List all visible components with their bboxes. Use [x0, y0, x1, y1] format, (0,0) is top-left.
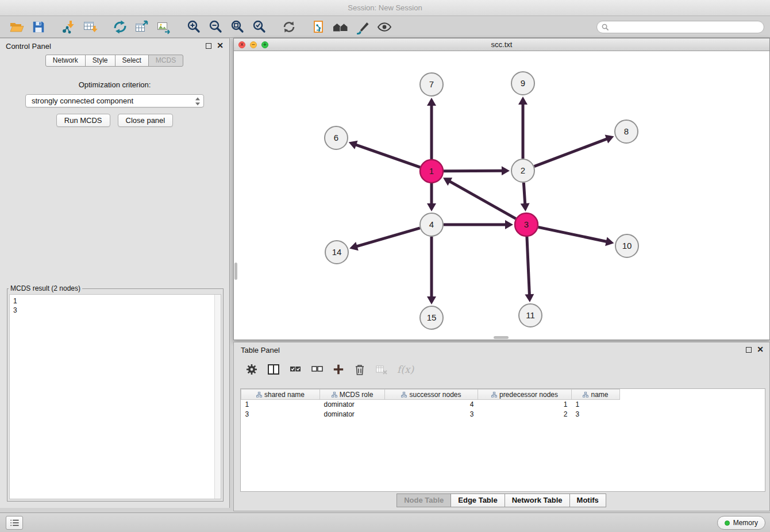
tab-style[interactable]: Style	[85, 55, 116, 67]
node-label: 7	[429, 79, 434, 89]
edge-1-2[interactable]	[444, 171, 503, 171]
graph-node-2[interactable]: 2	[511, 159, 534, 182]
apply-style-button[interactable]	[352, 18, 374, 36]
first-neighbors-button[interactable]	[330, 18, 352, 36]
graph-node-4[interactable]: 4	[420, 213, 443, 236]
optimization-criterion-label: Optimization criterion:	[0, 80, 229, 89]
close-panel-button[interactable]: Close panel	[118, 114, 174, 127]
table-cell[interactable]: 1	[572, 400, 620, 410]
mcds-result-list[interactable]: 13	[9, 294, 221, 499]
graph-node-10[interactable]: 10	[615, 234, 638, 257]
zoom-fit-button[interactable]	[226, 18, 248, 36]
delete-column-button[interactable]	[353, 363, 366, 376]
column-header-successor-nodes[interactable]: successor nodes	[385, 390, 478, 400]
edge-1-6[interactable]	[355, 145, 420, 168]
export-image-button[interactable]	[153, 18, 175, 36]
edge-3-1[interactable]	[449, 181, 515, 219]
table-cell[interactable]: 3	[241, 410, 320, 419]
result-scrollbar-track[interactable]	[214, 295, 221, 499]
graph-node-14[interactable]: 14	[325, 241, 348, 264]
mcds-result-group: MCDS result (2 nodes) 13	[7, 284, 224, 502]
tab-motifs[interactable]: Motifs	[569, 494, 606, 507]
graph-node-3[interactable]: 3	[515, 213, 538, 236]
table-cell[interactable]: 1	[478, 400, 572, 410]
close-window-button[interactable]: ×	[238, 41, 245, 48]
table-cell[interactable]: 1	[241, 400, 320, 410]
node-label: 15	[427, 313, 437, 322]
table-row[interactable]: 3dominator323	[241, 410, 620, 419]
run-mcds-button[interactable]: Run MCDS	[56, 114, 110, 127]
refresh-view-button[interactable]	[278, 18, 300, 36]
deselect-all-button[interactable]	[311, 363, 324, 376]
table-cell[interactable]: dominator	[320, 410, 385, 419]
tab-network[interactable]: Network	[45, 55, 86, 67]
memory-button[interactable]: Memory	[717, 516, 765, 530]
edge-3-10[interactable]	[538, 227, 607, 241]
tab-network-table[interactable]: Network Table	[505, 494, 570, 507]
control-panel: Control Panel ✕ NetworkStyleSelectMCDS O…	[0, 38, 230, 508]
vertical-scrollbar-handle[interactable]	[234, 263, 237, 280]
zoom-out-button[interactable]	[205, 18, 226, 36]
column-header-shared-name[interactable]: shared name	[241, 390, 320, 400]
search-input[interactable]	[612, 23, 759, 31]
tab-edge-table[interactable]: Edge Table	[451, 494, 505, 507]
zoom-in-button[interactable]	[183, 18, 205, 36]
edge-2-3[interactable]	[523, 183, 525, 205]
float-table-panel-icon[interactable]	[746, 347, 752, 353]
edge-4-14[interactable]	[356, 228, 420, 246]
criterion-dropdown[interactable]: strongly connected component	[25, 94, 204, 107]
panel-menu-button[interactable]	[6, 516, 23, 530]
tab-node-table[interactable]: Node Table	[396, 494, 451, 507]
tab-select[interactable]: Select	[115, 55, 149, 67]
import-table-button[interactable]	[79, 18, 101, 36]
graph-node-9[interactable]: 9	[511, 72, 534, 95]
add-column-button[interactable]	[333, 364, 344, 375]
delete-table-button	[375, 363, 388, 376]
column-header-name[interactable]: name	[572, 390, 620, 400]
graph-node-1[interactable]: 1	[420, 160, 443, 183]
table-settings-button[interactable]	[245, 363, 258, 376]
table-cell[interactable]: 4	[385, 400, 478, 410]
zoom-selected-icon	[252, 20, 267, 34]
table-cell[interactable]: 3	[385, 410, 478, 419]
import-network-button[interactable]	[57, 18, 79, 36]
edge-2-8[interactable]	[534, 138, 608, 166]
edge-3-11[interactable]	[527, 237, 530, 295]
table-cell[interactable]: 3	[572, 410, 620, 419]
graph-node-7[interactable]: 7	[420, 73, 443, 96]
new-table-button[interactable]	[131, 18, 153, 36]
network-window-titlebar[interactable]: × − + scc.txt	[234, 38, 769, 51]
close-panel-icon[interactable]: ✕	[217, 43, 224, 49]
maximize-window-button[interactable]: +	[261, 41, 268, 48]
save-floppy-icon	[32, 20, 45, 34]
tab-mcds[interactable]: MCDS	[148, 55, 183, 67]
graph-node-6[interactable]: 6	[325, 126, 348, 149]
toolbar-search-field[interactable]	[596, 21, 764, 33]
table-cell[interactable]: dominator	[320, 400, 385, 410]
close-table-panel-icon[interactable]: ✕	[757, 346, 764, 353]
gear-icon	[245, 363, 258, 376]
column-header-mcds-role[interactable]: MCDS role	[320, 390, 385, 400]
minimize-window-button[interactable]: −	[250, 41, 257, 48]
clone-network-button[interactable]	[308, 18, 330, 36]
save-session-button[interactable]	[28, 18, 49, 36]
horizontal-scrollbar-handle[interactable]	[494, 336, 509, 339]
network-graph: 7968124314101511	[234, 51, 769, 340]
node-label: 4	[429, 219, 434, 229]
graph-node-11[interactable]: 11	[519, 304, 542, 327]
column-header-predecessor-nodes[interactable]: predecessor nodes	[478, 390, 572, 400]
status-bar: Memory	[0, 512, 770, 532]
graph-node-8[interactable]: 8	[615, 120, 638, 143]
table-cell[interactable]: 2	[478, 410, 572, 419]
show-columns-button[interactable]	[267, 363, 280, 376]
table-row[interactable]: 1dominator411	[241, 400, 620, 410]
select-all-button[interactable]	[289, 363, 302, 376]
node-label: 9	[521, 78, 525, 88]
new-network-button[interactable]	[109, 18, 131, 36]
float-panel-icon[interactable]	[206, 43, 211, 49]
network-canvas[interactable]: 7968124314101511	[234, 51, 769, 340]
show-graphics-button[interactable]	[374, 18, 395, 36]
open-session-button[interactable]	[6, 18, 28, 36]
zoom-selected-button[interactable]	[248, 18, 270, 36]
graph-node-15[interactable]: 15	[420, 306, 443, 329]
